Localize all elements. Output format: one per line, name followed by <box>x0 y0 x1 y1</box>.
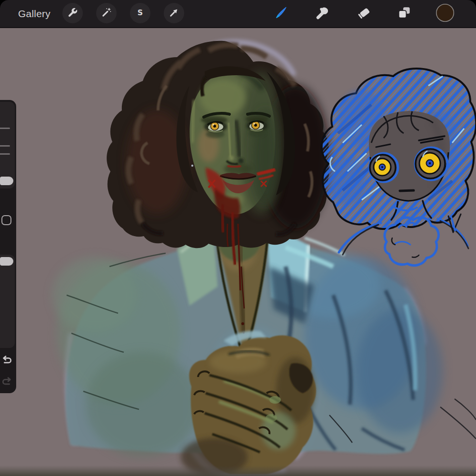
paint-tool-button[interactable] <box>270 3 291 24</box>
smudge-tool-button[interactable] <box>312 3 333 24</box>
eraser-icon <box>357 5 372 22</box>
transform-arrow-icon <box>169 7 179 20</box>
slider-tick <box>0 128 10 129</box>
selection-s-icon: S <box>135 7 146 20</box>
top-toolbar: Gallery S <box>0 0 476 28</box>
redo-button[interactable] <box>0 375 13 387</box>
artwork-painting <box>0 27 476 476</box>
modify-button[interactable] <box>1 215 11 225</box>
gallery-button[interactable]: Gallery <box>18 0 50 27</box>
color-swatch-button[interactable] <box>435 3 456 24</box>
drawing-canvas[interactable] <box>0 27 476 476</box>
opacity-slider-handle[interactable] <box>0 257 13 266</box>
color-swatch <box>435 2 456 25</box>
smudge-finger-icon <box>315 5 330 22</box>
brush-size-slider[interactable] <box>0 102 15 188</box>
undo-button[interactable] <box>0 353 13 366</box>
size-slider-handle[interactable] <box>0 177 13 185</box>
magic-wand-icon <box>101 7 112 20</box>
transform-button[interactable] <box>164 3 184 23</box>
slider-tick <box>0 145 10 147</box>
paint-brush-icon <box>273 5 289 22</box>
procreate-window: Gallery S <box>0 0 476 476</box>
canvas-bottom-shadow <box>0 466 476 476</box>
wrench-icon <box>67 7 78 20</box>
slider-tick <box>0 153 10 155</box>
adjustments-button[interactable] <box>96 3 117 23</box>
layers-button[interactable] <box>394 3 415 24</box>
brush-sidebar <box>0 100 16 393</box>
erase-tool-button[interactable] <box>354 3 375 24</box>
selection-button[interactable]: S <box>130 3 150 23</box>
actions-button[interactable] <box>62 3 83 23</box>
brush-opacity-slider[interactable] <box>0 255 15 348</box>
undo-icon <box>0 360 13 367</box>
redo-icon <box>0 382 13 389</box>
layers-icon <box>397 5 412 22</box>
svg-text:S: S <box>138 8 143 17</box>
